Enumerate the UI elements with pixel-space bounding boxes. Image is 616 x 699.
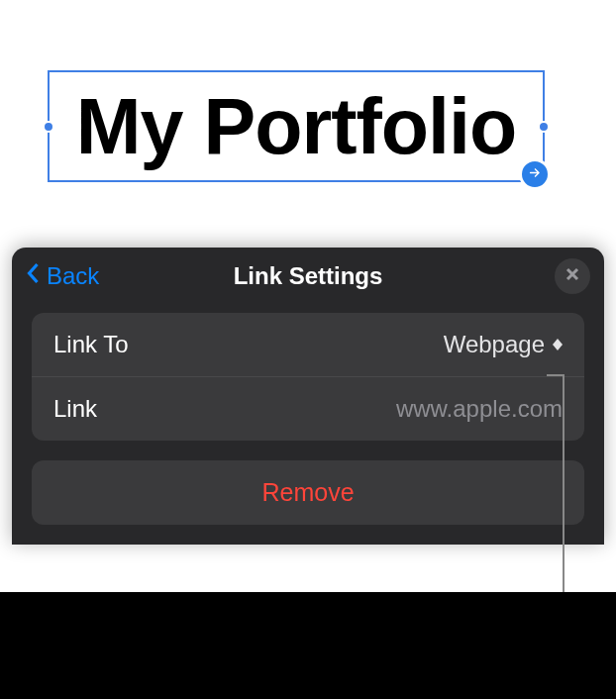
popover-header: Back Link Settings: [12, 248, 604, 305]
link-to-row[interactable]: Link To Webpage: [32, 313, 584, 376]
remove-group: Remove: [32, 460, 584, 525]
link-url-row[interactable]: Link www.apple.com: [32, 376, 584, 441]
chevron-left-icon: [26, 262, 47, 290]
popup-indicator-icon: [553, 339, 563, 350]
bottom-bar: [0, 592, 616, 699]
textbox-content: My Portfolio: [76, 87, 516, 165]
selection-handle-left[interactable]: [43, 121, 54, 133]
link-url-label: Link: [53, 395, 97, 423]
selection-handle-right[interactable]: [538, 121, 550, 133]
link-url-field[interactable]: www.apple.com: [396, 395, 563, 423]
back-label: Back: [47, 262, 99, 290]
popover-title: Link Settings: [234, 262, 383, 290]
link-settings-group: Link To Webpage Link www.apple.com: [32, 313, 584, 441]
close-button[interactable]: [555, 258, 590, 294]
link-indicator-badge[interactable]: [519, 158, 551, 190]
canvas-area: My Portfolio: [0, 0, 616, 248]
remove-button[interactable]: Remove: [32, 460, 584, 525]
selected-textbox[interactable]: My Portfolio: [48, 70, 545, 182]
link-to-label: Link To: [53, 331, 129, 358]
link-to-value: Webpage: [444, 331, 563, 358]
close-icon: [565, 267, 579, 285]
share-arrow-icon: [527, 164, 544, 185]
back-button[interactable]: Back: [26, 262, 99, 290]
link-settings-popover: Back Link Settings Link To Webpage Link …: [12, 248, 604, 545]
